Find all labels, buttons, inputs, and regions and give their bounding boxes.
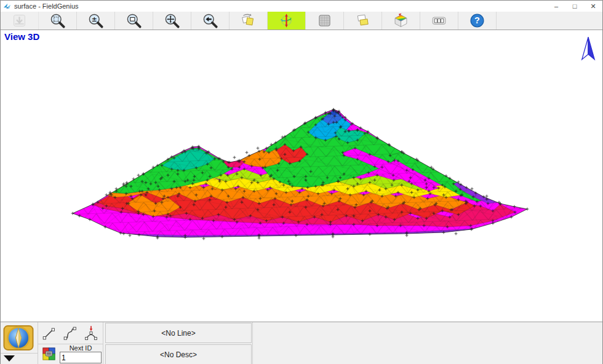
help-button[interactable] — [458, 12, 497, 30]
band-crimson-band — [93, 195, 515, 227]
band-yellowgreen-band — [127, 168, 434, 190]
app-logo-icon — [3, 2, 11, 10]
band-saddle-red — [276, 144, 307, 164]
band-orange-left-patch — [127, 195, 180, 216]
band-magenta-ridge-strip — [343, 148, 439, 191]
maximize-button[interactable]: □ — [565, 1, 584, 12]
minimize-button[interactable]: – — [547, 1, 565, 12]
draw-spline-button[interactable] — [60, 323, 79, 342]
next-id-input[interactable] — [60, 352, 102, 363]
rotate-view-icon — [240, 12, 257, 29]
band-red-band — [98, 188, 474, 222]
tin-surface — [1, 30, 602, 322]
app-window: surface - FieldGenius – □ ✕ — [0, 0, 603, 364]
orbit-3d-button[interactable] — [268, 12, 306, 30]
zoom-scale-button[interactable] — [77, 12, 115, 30]
bottom-toolbar: Next ID <No Line> <No Desc> — [1, 322, 602, 364]
next-id-label: Next ID — [60, 344, 102, 352]
title-bar: surface - FieldGenius – □ ✕ — [1, 1, 602, 12]
instrument-compass-button[interactable] — [2, 323, 35, 352]
store-icon — [11, 12, 28, 29]
orbit-icon — [278, 12, 295, 29]
cube-icon — [393, 12, 409, 29]
band-green-left-peak — [110, 148, 238, 194]
zoom-extents-icon — [49, 12, 66, 29]
band-orange-band — [106, 180, 467, 210]
zoom-prev-icon — [202, 12, 218, 29]
band-purple-bottom — [124, 229, 472, 239]
band-green-right-peak — [260, 111, 402, 188]
band-green-right-slope — [390, 152, 487, 202]
map-canvas[interactable]: View 3D — [1, 30, 602, 322]
zoom-previous-button[interactable] — [191, 12, 230, 30]
band-crimson-sliver — [223, 157, 244, 167]
view-mode-label: View 3D — [4, 31, 39, 42]
no-line-button[interactable]: <No Line> — [105, 323, 252, 343]
zoom-pan-icon — [164, 12, 180, 29]
band-base-magenta — [73, 109, 527, 237]
band-yellow-band — [116, 173, 462, 197]
band-violet-ridge-wedge — [453, 182, 499, 204]
branch-icon — [82, 325, 100, 342]
zoom-window-button[interactable] — [115, 12, 153, 30]
band-cyan-right-peak — [308, 112, 351, 140]
insert-node-button[interactable] — [81, 323, 100, 342]
layers-icon — [354, 12, 371, 29]
close-button[interactable]: ✕ — [584, 1, 602, 12]
zoom-extents-button[interactable] — [39, 12, 77, 30]
band-saddle-orange — [239, 148, 285, 167]
band-blue-cap — [322, 110, 343, 124]
toggles-icon — [431, 12, 447, 29]
grid-toggle-button[interactable] — [306, 12, 344, 30]
zoom-scale-icon — [87, 12, 104, 29]
band-blue-tip — [330, 110, 338, 116]
toggles-button[interactable] — [420, 12, 458, 30]
rotate-view-button[interactable] — [230, 12, 268, 30]
line-icon — [41, 325, 58, 342]
no-desc-button[interactable]: <No Desc> — [105, 344, 252, 364]
instrument-dropdown-arrow[interactable] — [4, 355, 15, 362]
zoom-window-icon — [126, 12, 142, 29]
band-teal-right-strip — [335, 127, 365, 143]
window-title: surface - FieldGenius — [14, 2, 547, 10]
grid-icon — [316, 12, 333, 29]
display-options-button[interactable] — [40, 345, 58, 363]
toolbar — [1, 12, 602, 30]
band-teal-left-crest — [162, 149, 215, 170]
surface-3d-button[interactable] — [382, 12, 420, 30]
zoom-pan-button[interactable] — [153, 12, 191, 30]
north-arrow-icon — [580, 35, 596, 62]
help-icon — [469, 12, 485, 29]
store-point-button[interactable] — [1, 12, 39, 30]
spline-icon — [62, 325, 79, 342]
layers-button[interactable] — [344, 12, 382, 30]
draw-line-button[interactable] — [39, 323, 58, 342]
